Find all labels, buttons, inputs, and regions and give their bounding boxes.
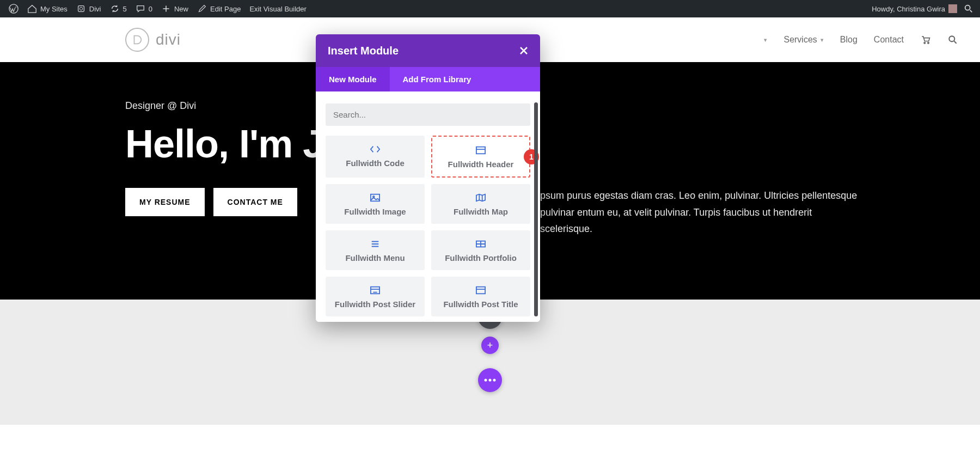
module-label: Fullwidth Code [330,158,420,168]
admin-site-label: Divi [89,5,101,13]
pencil-icon [197,4,207,14]
module-map[interactable]: Fullwidth Map [431,184,530,224]
map-icon [436,192,526,204]
wp-logo[interactable] [4,0,23,17]
modal-title: Insert Module [328,45,399,57]
admin-comments[interactable]: 0 [131,0,157,17]
svg-point-7 [485,379,487,382]
admin-new[interactable]: New [157,0,193,17]
module-header[interactable]: Fullwidth Header1 [431,136,530,178]
site-logo[interactable]: divi [125,28,181,52]
svg-point-2 [79,7,82,10]
admin-editpage-label: Edit Page [210,5,241,13]
svg-point-4 [924,42,926,44]
nav-about[interactable]: ▾ [764,36,767,44]
admin-howdy: Howdy, Christina Gwira [872,5,945,13]
svg-point-6 [949,36,954,41]
header-icon [437,144,525,156]
admin-mysites[interactable]: My Sites [23,0,72,17]
builder-more-button[interactable] [478,368,502,392]
main-nav: ▾ Services ▾ Blog Contact [764,34,958,45]
module-label: Fullwidth Header [437,160,525,169]
admin-bar-right: Howdy, Christina Gwira [867,0,976,17]
hero-paragraph: psum purus egestas diam cras. Leo enim, … [540,187,860,237]
plus-icon [161,4,171,14]
module-slider[interactable]: Fullwidth Post Slider [326,277,425,316]
builder-controls [478,368,502,392]
svg-point-3 [965,5,970,10]
nav-contact-label: Contact [874,35,904,45]
admin-updates[interactable]: 5 [106,0,131,17]
admin-bar-left: My Sites Divi 5 0 New [4,0,311,17]
portfolio-icon [436,238,526,250]
module-portfolio[interactable]: Fullwidth Portfolio [431,230,530,270]
svg-rect-15 [476,287,485,294]
chevron-down-icon: ▾ [820,36,824,44]
admin-exitvb[interactable]: Exit Visual Builder [245,0,311,17]
modal-body: Fullwidth CodeFullwidth Header1Fullwidth… [316,91,540,322]
admin-exitvb-label: Exit Visual Builder [249,5,307,13]
chevron-down-icon: ▾ [764,36,767,44]
module-code[interactable]: Fullwidth Code [326,136,425,178]
house-icon [27,4,37,14]
module-label: Fullwidth Post Slider [330,300,420,309]
nav-services[interactable]: Services ▾ [783,35,823,45]
logo-text: divi [156,31,181,48]
admin-account[interactable]: Howdy, Christina Gwira [867,0,961,17]
image-icon [330,192,420,204]
svg-point-5 [928,42,929,44]
add-row-button[interactable]: + [481,337,499,354]
wp-admin-bar: My Sites Divi 5 0 New [0,0,980,17]
admin-site[interactable]: Divi [72,0,106,17]
insert-module-modal: Insert Module New Module Add From Librar… [316,34,540,322]
menu-icon [330,238,420,250]
code-icon [330,143,420,155]
module-image[interactable]: Fullwidth Image [326,184,425,224]
module-menu[interactable]: Fullwidth Menu [326,230,425,270]
modal-tabs: New Module Add From Library [316,67,540,91]
admin-updates-count: 5 [123,5,127,13]
admin-editpage[interactable]: Edit Page [193,0,245,17]
wordpress-icon [9,4,19,14]
module-grid: Fullwidth CodeFullwidth Header1Fullwidth… [326,136,530,316]
admin-mysites-label: My Sites [40,5,68,13]
slider-icon [330,284,420,296]
module-search-input[interactable] [326,103,530,126]
close-button[interactable] [519,46,528,55]
modal-pointer [422,321,433,322]
comment-icon [136,4,145,14]
nav-blog-label: Blog [840,35,857,45]
nav-search[interactable] [947,34,958,45]
nav-services-label: Services [783,35,817,45]
avatar [948,4,957,13]
svg-point-8 [489,379,492,382]
refresh-icon [110,4,120,14]
module-label: Fullwidth Menu [330,253,420,262]
contact-button[interactable]: CONTACT ME [213,188,297,216]
nav-contact[interactable]: Contact [874,35,904,45]
svg-rect-10 [476,147,485,154]
site-icon [76,4,86,14]
module-label: Fullwidth Image [330,207,420,216]
admin-search[interactable] [961,2,976,16]
svg-rect-1 [78,6,84,12]
nav-blog[interactable]: Blog [840,35,857,45]
module-label: Fullwidth Post Title [436,300,526,309]
module-label: Fullwidth Portfolio [436,253,526,262]
resume-button[interactable]: MY RESUME [125,188,205,216]
admin-new-label: New [174,5,188,13]
svg-point-9 [493,379,496,382]
svg-rect-11 [371,194,379,202]
logo-icon [125,28,149,52]
nav-cart[interactable] [920,34,931,45]
tab-add-from-library[interactable]: Add From Library [390,67,485,91]
admin-comments-count: 0 [149,5,152,13]
tab-new-module[interactable]: New Module [316,67,390,91]
module-label: Fullwidth Map [436,207,526,216]
modal-header: Insert Module [316,34,540,67]
title-icon [436,284,526,296]
step-badge: 1 [524,149,539,164]
module-title[interactable]: Fullwidth Post Title [431,277,530,316]
